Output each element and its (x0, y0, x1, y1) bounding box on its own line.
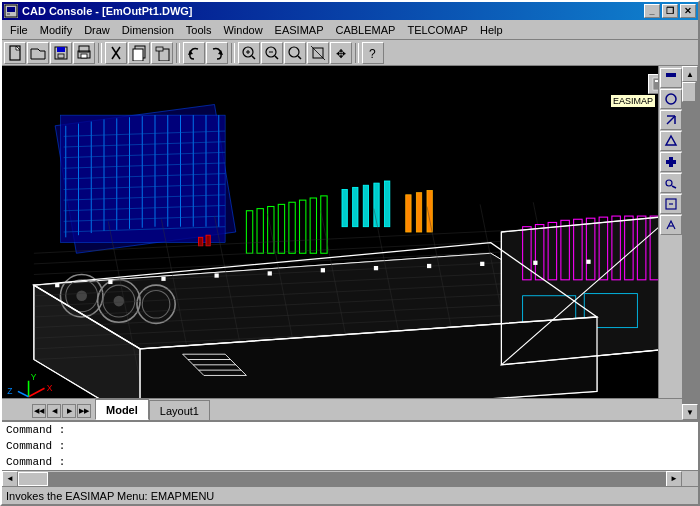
svg-rect-131 (321, 268, 325, 272)
menu-item-modify[interactable]: Modify (34, 22, 78, 38)
svg-rect-133 (427, 264, 431, 268)
easimap-toolbar-btn-1[interactable] (660, 68, 682, 88)
svg-rect-134 (480, 262, 484, 266)
svg-marker-158 (666, 136, 676, 145)
svg-line-28 (298, 56, 301, 59)
tab-nav-btn-3[interactable]: ▶▶ (77, 404, 91, 418)
svg-rect-135 (533, 261, 537, 265)
status-text: Invokes the EASIMAP Menu: EMAPMENU (6, 490, 214, 502)
svg-rect-82 (406, 195, 411, 232)
tab-nav-buttons: ◀◀◀▶▶▶ (32, 404, 91, 418)
tab-nav-btn-0[interactable]: ◀◀ (32, 404, 46, 418)
svg-rect-11 (81, 54, 87, 58)
menu-item-file[interactable]: File (4, 22, 34, 38)
drawing-with-scroll: X Y Z EASIMAP v3.0 (2, 66, 698, 420)
menu-bar: FileModifyDrawDimensionToolsWindowEASIMA… (2, 20, 698, 40)
easimap-toolbar-btn-6[interactable] (660, 173, 682, 193)
svg-rect-80 (374, 183, 379, 227)
toolbar-zoom-previous-button[interactable] (261, 42, 283, 64)
scroll-down-button[interactable]: ▼ (682, 404, 698, 420)
menu-item-telcomap[interactable]: TELCOMAP (401, 22, 474, 38)
title-buttons: _ ❐ ✕ (644, 4, 696, 18)
easimap-toolbar-btn-7[interactable] (660, 194, 682, 214)
toolbar: ✥? (2, 40, 698, 66)
scroll-up-button[interactable]: ▲ (682, 66, 698, 82)
easimap-toolbar-btn-4[interactable] (660, 131, 682, 151)
window-title: CAD Console - [EmOutPt1.DWG] (22, 5, 193, 17)
svg-marker-18 (188, 50, 193, 55)
command-lines: Command :Command :Command : (2, 422, 698, 470)
tab-bar: ◀◀◀▶▶▶ModelLayout1 (2, 398, 682, 420)
easimap-toolbar-btn-8[interactable] (660, 215, 682, 235)
menu-item-draw[interactable]: Draw (78, 22, 116, 38)
title-bar-left: CAD Console - [EmOutPt1.DWG] (4, 4, 193, 18)
scroll-thumb-vertical[interactable] (682, 82, 696, 102)
svg-rect-86 (206, 235, 210, 246)
svg-text:✥: ✥ (336, 47, 346, 61)
menu-item-cablemap[interactable]: CABLEMAP (330, 22, 402, 38)
toolbar-paste-button[interactable] (151, 42, 173, 64)
svg-rect-128 (161, 277, 165, 281)
bottom-area: Command :Command :Command : ◄ ► (2, 420, 698, 486)
svg-line-25 (275, 56, 278, 59)
svg-rect-130 (268, 271, 272, 275)
scroll-track-vertical[interactable] (682, 82, 698, 404)
toolbar-cut-button[interactable] (105, 42, 127, 64)
toolbar-copy-button[interactable] (128, 42, 150, 64)
toolbar-undo-button[interactable] (183, 42, 205, 64)
svg-rect-2 (7, 13, 10, 15)
svg-point-161 (666, 180, 672, 186)
toolbar-redo-button[interactable] (206, 42, 228, 64)
close-button[interactable]: ✕ (680, 4, 696, 18)
svg-point-66 (114, 296, 125, 307)
svg-rect-77 (342, 190, 347, 227)
svg-rect-83 (416, 193, 421, 232)
toolbar-open-file-button[interactable] (27, 42, 49, 64)
svg-line-155 (667, 116, 675, 124)
toolbar-zoom-realtime-button[interactable] (284, 42, 306, 64)
title-bar: CAD Console - [EmOutPt1.DWG] _ ❐ ✕ (2, 2, 698, 20)
svg-rect-136 (586, 260, 590, 264)
easimap-tooltip: EASIMAP (610, 94, 656, 108)
menu-item-help[interactable]: Help (474, 22, 509, 38)
svg-rect-126 (55, 283, 59, 287)
tab-nav-btn-2[interactable]: ▶ (62, 404, 76, 418)
svg-rect-17 (156, 47, 163, 51)
toolbar-zoom-window-button[interactable] (238, 42, 260, 64)
toolbar-new-file-button[interactable] (4, 42, 26, 64)
h-scrollbar-row: ◄ ► (2, 470, 698, 486)
toolbar-save-button[interactable] (50, 42, 72, 64)
easimap-toolbar-btn-3[interactable] (660, 110, 682, 130)
svg-rect-15 (133, 49, 143, 61)
tab-model[interactable]: Model (95, 399, 149, 420)
toolbar-zoom-all-button[interactable] (307, 42, 329, 64)
window-icon (4, 4, 18, 18)
menu-item-window[interactable]: Window (217, 22, 268, 38)
svg-marker-5 (31, 49, 45, 59)
toolbar-help-button[interactable]: ? (362, 42, 384, 64)
drawing-area[interactable]: X Y Z EASIMAP v3.0 (2, 66, 682, 398)
toolbar-print-button[interactable] (73, 42, 95, 64)
command-line-2: Command : (2, 454, 698, 470)
restore-button[interactable]: ❐ (662, 4, 678, 18)
tab-nav-btn-1[interactable]: ◀ (47, 404, 61, 418)
svg-rect-132 (374, 266, 378, 270)
svg-rect-160 (669, 157, 673, 167)
menu-item-dimension[interactable]: Dimension (116, 22, 180, 38)
scroll-left-button[interactable]: ◄ (2, 471, 18, 487)
svg-rect-79 (363, 185, 368, 226)
scroll-right-button[interactable]: ► (666, 471, 682, 487)
easimap-toolbar-btn-5[interactable] (660, 152, 682, 172)
easimap-toolbar-btn-2[interactable] (660, 89, 682, 109)
minimize-button[interactable]: _ (644, 4, 660, 18)
tab-layout1[interactable]: Layout1 (149, 400, 210, 420)
menu-item-easimap[interactable]: EASIMAP (269, 22, 330, 38)
main-content: X Y Z EASIMAP v3.0 (2, 66, 698, 420)
toolbar-pan-button[interactable]: ✥ (330, 42, 352, 64)
menu-item-tools[interactable]: Tools (180, 22, 218, 38)
scroll-track-horizontal[interactable] (18, 472, 666, 486)
cad-viewport: X Y Z EASIMAP v3.0 (2, 66, 682, 398)
scroll-thumb-horizontal[interactable] (18, 472, 48, 486)
svg-text:Y: Y (31, 372, 37, 382)
toolbar-separator (355, 43, 359, 63)
